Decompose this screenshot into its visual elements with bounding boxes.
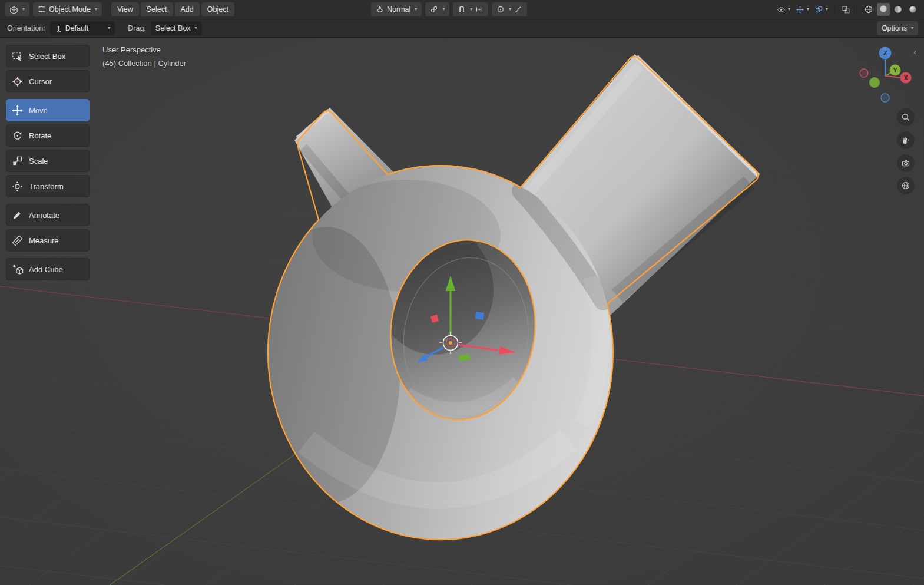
tool-shelf: Select Box Cursor Move Rotate Scale [6,45,90,283]
select-box-icon [11,50,24,62]
chevron-down-icon: ▾ [22,7,25,12]
nav-axis-z-label: Z [883,49,887,57]
tool-add-cube[interactable]: Add Cube [6,258,90,280]
blender-window: Z Y X ▾ Object Mode ▾ View Select Add Ob… [0,0,924,585]
chevron-down-icon: ▾ [807,7,809,12]
orientation-value: Default [65,24,89,32]
toggle-xray-button[interactable] [840,4,852,15]
tool-label: Annotate [29,211,59,220]
zoom-button[interactable] [897,108,915,126]
chevron-down-icon: ▾ [108,26,110,31]
drag-value: Select Box [155,24,191,32]
tool-label: Cursor [29,77,52,86]
gizmo-arrows-icon [796,5,804,14]
grid-sphere-icon [901,181,910,190]
viewport-collection-label: (45) Collection | Cylinder [102,59,186,68]
chevron-down-icon: ▾ [826,7,828,12]
tool-label: Scale [29,157,48,166]
proportional-editing-icon [496,5,505,14]
falloff-curve-icon [514,5,522,14]
header-divider [857,4,857,15]
tool-label: Measure [29,236,59,245]
tool-label: Move [29,106,48,115]
orientation-icon [376,5,384,14]
tool-settings-bar: Orientation: Default ▾ Drag: Select Box … [0,19,924,38]
viewport-perspective-label: User Perspective [102,45,161,54]
tool-transform[interactable]: Transform [6,175,90,197]
toggle-ortho-button[interactable] [897,177,915,194]
drag-label: Drag: [128,24,146,32]
menu-add[interactable]: Add [175,2,200,16]
overlays-icon [814,5,823,14]
nav-axis-minus-y[interactable] [869,77,880,88]
move-gizmo-plane-z[interactable] [475,312,484,320]
nav-axis-minus-x[interactable] [860,69,868,77]
chevron-down-icon: ▾ [788,7,790,12]
axes-icon [55,25,62,32]
rendered-sphere-icon [908,5,918,14]
object-origin-dot [449,341,452,345]
wireframe-sphere-icon [864,5,873,14]
tool-cursor[interactable]: Cursor [6,70,90,92]
overlays-dropdown-button[interactable]: ▾ [813,4,830,15]
menu-bar: View Select Add Object [111,2,234,16]
tool-rotate[interactable]: Rotate [6,124,90,147]
tool-select-box[interactable]: Select Box [6,45,90,67]
shading-wireframe-button[interactable] [862,4,875,15]
tool-move[interactable]: Move [6,99,90,121]
shading-rendered-button[interactable] [906,4,919,15]
cursor-icon [11,75,24,88]
mode-select-label: Object Mode [49,5,91,14]
orientation-label: Orientation: [7,24,45,32]
shading-material-button[interactable] [892,4,905,15]
magnifier-icon [901,113,910,122]
camera-view-button[interactable] [897,154,915,172]
drag-select[interactable]: Select Box ▾ [151,21,202,35]
xray-icon [842,5,850,14]
options-label: Options [882,24,907,32]
nav-axis-y-label: Y [893,67,897,74]
tool-label: Select Box [29,52,65,61]
menu-view[interactable]: View [111,2,139,16]
tool-scale[interactable]: Scale [6,150,90,172]
pivot-point-icon [430,5,438,14]
transform-icon [11,180,24,193]
solid-sphere-icon [879,4,888,14]
hand-icon [901,135,910,145]
measure-icon [11,234,24,247]
tool-label: Add Cube [29,265,63,274]
chevron-down-icon: ▾ [95,7,97,12]
shading-solid-button[interactable] [877,3,890,15]
tool-label: Transform [29,182,64,191]
proportional-editing-control[interactable]: ▾ [492,2,527,16]
nav-axis-x-label: X [904,75,908,81]
gizmos-dropdown-button[interactable]: ▾ [794,4,811,15]
viewport-3d[interactable]: Z Y X [0,0,924,585]
chevron-down-icon: ▾ [470,7,472,12]
mode-select[interactable]: Object Mode ▾ [33,2,102,16]
chevron-down-icon: ▾ [442,7,445,12]
orientation-select[interactable]: Default ▾ [50,21,115,35]
editor-type-button[interactable]: ▾ [5,2,29,16]
pivot-point-select[interactable]: ▾ [425,2,449,16]
options-button[interactable]: Options ▾ [877,21,918,35]
chevron-down-icon: ▾ [911,26,913,31]
magnet-icon [458,5,466,14]
shading-solid-active-highlight [877,3,890,16]
tool-annotate[interactable]: Annotate [6,204,90,226]
viewport-header: ▾ Object Mode ▾ View Select Add Object N… [0,0,924,19]
snap-target-icon [475,5,483,14]
pan-button[interactable] [897,131,915,149]
object-mode-icon [38,5,46,14]
sidebar-toggle[interactable]: ‹ [913,47,916,57]
annotate-icon [11,209,24,222]
eye-icon [777,5,786,14]
nav-axis-minus-z[interactable] [881,94,889,102]
tool-measure[interactable]: Measure [6,229,90,252]
show-gizmo-button[interactable]: ▾ [775,4,792,15]
menu-select[interactable]: Select [141,2,173,16]
snapping-control[interactable]: ▾ [453,2,488,16]
transform-orientation-label: Normal [387,5,410,14]
transform-orientation-select[interactable]: Normal ▾ [371,2,422,16]
menu-object[interactable]: Object [201,2,234,16]
